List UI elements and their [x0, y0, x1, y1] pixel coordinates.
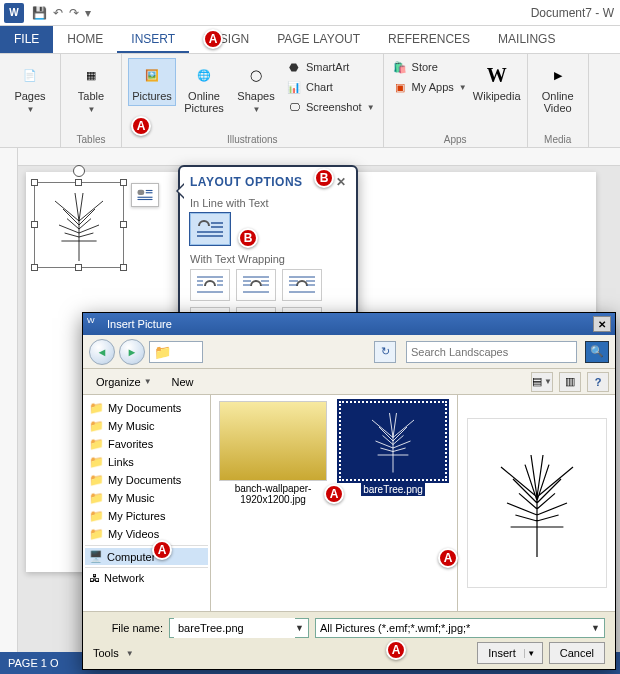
store-icon: 🛍️ [392, 59, 408, 75]
wikipedia-icon: W [483, 61, 511, 89]
folder-icon: 📁 [89, 419, 104, 433]
table-icon: ▦ [77, 61, 105, 89]
screenshot-button[interactable]: 🖵Screenshot▼ [284, 98, 377, 116]
wikipedia-button[interactable]: W Wikipedia [473, 58, 521, 106]
file-thumbnail-selected[interactable]: bareTree.png [337, 401, 449, 496]
online-pictures-button[interactable]: 🌐 Online Pictures [180, 58, 228, 117]
online-pictures-icon: 🌐 [190, 61, 218, 89]
tab-page-layout[interactable]: PAGE LAYOUT [263, 26, 374, 53]
help-icon[interactable]: ? [587, 372, 609, 392]
folder-icon: 📁 [89, 401, 104, 415]
search-input[interactable] [411, 346, 572, 358]
views-button[interactable]: ▤▼ [531, 372, 553, 392]
file-filter-combo[interactable]: All Pictures (*.emf;*.wmf;*.jpg;*▼ [315, 618, 605, 638]
chart-button[interactable]: 📊Chart [284, 78, 377, 96]
pages-label: Pages [14, 91, 45, 103]
wrap-square[interactable] [190, 269, 230, 301]
tree-network[interactable]: 🖧Network [85, 570, 208, 586]
callout-title: LAYOUT OPTIONS [190, 175, 303, 189]
group-media-label: Media [544, 132, 571, 145]
organize-button[interactable]: Organize▼ [89, 373, 159, 391]
pictures-label: Pictures [132, 91, 172, 103]
group-illustrations-label: Illustrations [227, 132, 278, 145]
nav-back-icon[interactable]: ◄ [89, 339, 115, 365]
qat-redo-icon[interactable]: ↷ [69, 6, 79, 20]
online-video-icon: ▶ [544, 61, 572, 89]
new-folder-button[interactable]: New [165, 373, 201, 391]
tree-item[interactable]: 📁Links [85, 453, 208, 471]
search-box[interactable] [406, 341, 577, 363]
my-apps-button[interactable]: ▣My Apps▼ [390, 78, 469, 96]
insert-button[interactable]: Insert▼ [477, 642, 543, 664]
computer-icon: 🖥️ [89, 550, 103, 563]
window-title: Document7 - W [531, 6, 614, 20]
tree-item[interactable]: 📁My Music [85, 417, 208, 435]
file-thumbnail[interactable]: banch-wallpaper-1920x1200.jpg [217, 401, 329, 505]
tree-item[interactable]: 📁My Documents [85, 399, 208, 417]
section-inline: In Line with Text [190, 197, 346, 209]
callout-close-icon[interactable]: ✕ [336, 175, 347, 189]
qat-save-icon[interactable]: 💾 [32, 6, 47, 20]
online-pictures-label: Online Pictures [183, 91, 225, 114]
layout-options-button[interactable] [131, 183, 159, 207]
smartart-icon: ⬣ [286, 59, 302, 75]
folder-icon: 📁 [89, 455, 104, 469]
online-video-button[interactable]: ▶ Online Video [534, 58, 582, 117]
wrap-tight[interactable] [236, 269, 276, 301]
folder-icon: 📁 [89, 527, 104, 541]
pictures-icon: 🖼️ [138, 61, 166, 89]
ruler-horizontal [18, 148, 620, 166]
ribbon: 📄 Pages ▼ ▦ Table ▼ Tables 🖼️ Pictures 🌐 [0, 54, 620, 148]
tab-insert[interactable]: INSERT [117, 26, 189, 53]
table-label: Table [78, 91, 104, 103]
tab-home[interactable]: HOME [53, 26, 117, 53]
qat-dropdown-icon[interactable]: ▾ [85, 6, 91, 20]
tab-references[interactable]: REFERENCES [374, 26, 484, 53]
cancel-button[interactable]: Cancel [549, 642, 605, 664]
selected-picture[interactable] [34, 182, 124, 268]
smartart-button[interactable]: ⬣SmartArt [284, 58, 377, 76]
preview-pane-button[interactable]: ▥ [559, 372, 581, 392]
dialog-close-icon[interactable]: ✕ [593, 316, 611, 332]
folder-tree[interactable]: 📁My Documents 📁My Music 📁Favorites 📁Link… [83, 395, 211, 611]
address-bar[interactable]: 📁 [149, 341, 203, 363]
tree-item[interactable]: 📁My Music [85, 489, 208, 507]
shapes-button[interactable]: ◯ Shapes ▼ [232, 58, 280, 117]
pages-icon: 📄 [16, 61, 44, 89]
rotate-handle[interactable] [73, 165, 85, 177]
tree-item[interactable]: 📁My Pictures [85, 507, 208, 525]
screenshot-icon: 🖵 [286, 99, 302, 115]
preview-image [477, 428, 597, 578]
badge-a: A [152, 540, 172, 560]
badge-b: B [238, 228, 258, 248]
tree-item[interactable]: 📁My Documents [85, 471, 208, 489]
wrap-through[interactable] [282, 269, 322, 301]
online-video-label: Online Video [537, 91, 579, 114]
tab-design[interactable]: DESIGN [189, 26, 263, 53]
qat-undo-icon[interactable]: ↶ [53, 6, 63, 20]
table-button[interactable]: ▦ Table ▼ [67, 58, 115, 117]
refresh-icon[interactable]: ↻ [374, 341, 396, 363]
svg-rect-0 [138, 190, 145, 195]
badge-a: A [203, 29, 223, 49]
chart-icon: 📊 [286, 79, 302, 95]
wrap-inline[interactable] [190, 213, 230, 245]
tab-mailings[interactable]: MAILINGS [484, 26, 569, 53]
filename-input[interactable] [174, 618, 295, 638]
tree-computer[interactable]: 🖥️Computer [85, 548, 208, 565]
tools-button[interactable]: Tools [93, 647, 119, 659]
folder-icon: 📁 [89, 437, 104, 451]
myapps-icon: ▣ [392, 79, 408, 95]
badge-a: A [131, 116, 151, 136]
pages-button[interactable]: 📄 Pages ▼ [6, 58, 54, 117]
ruler-vertical [0, 148, 18, 674]
badge-a: A [438, 548, 458, 568]
nav-forward-icon[interactable]: ► [119, 339, 145, 365]
tree-item[interactable]: 📁Favorites [85, 435, 208, 453]
search-go-icon[interactable]: 🔍 [585, 341, 609, 363]
tree-item[interactable]: 📁My Videos [85, 525, 208, 543]
store-button[interactable]: 🛍️Store [390, 58, 469, 76]
insert-dropdown-icon[interactable]: ▼ [524, 649, 538, 658]
tab-file[interactable]: FILE [0, 26, 53, 53]
pictures-button[interactable]: 🖼️ Pictures [128, 58, 176, 106]
